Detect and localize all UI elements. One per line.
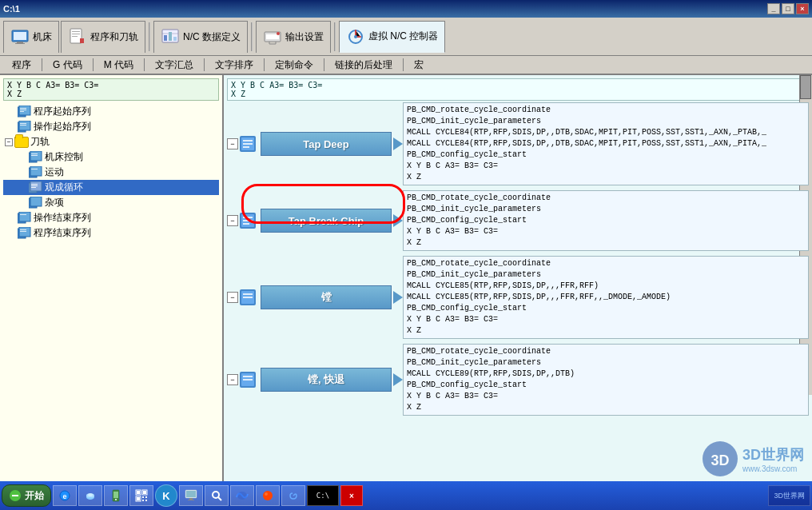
tree-item-prog-start[interactable]: 程序起始序列	[3, 104, 219, 119]
cycle-left-bore-fast: − 镗, 快退	[227, 344, 403, 416]
tab-program[interactable]: 程序和刀轨	[61, 21, 145, 53]
svg-rect-37	[31, 185, 38, 186]
svg-rect-32	[30, 166, 42, 176]
tab-nc-data[interactable]: N/C 数据定义	[153, 21, 248, 53]
svg-rect-5	[72, 31, 80, 32]
menu-program[interactable]: 程序	[3, 56, 40, 74]
cycle-expand-tap-break-chip[interactable]: −	[227, 215, 238, 226]
phone-icon	[109, 489, 122, 502]
svg-rect-42	[19, 212, 30, 221]
menu-postprocess[interactable]: 链接的后处理	[326, 56, 401, 74]
tab-nc-data-label: N/C 数据定义	[183, 30, 241, 44]
tree-label-op-end: 操作结束序列	[34, 211, 91, 225]
window-controls: _ □ ×	[767, 3, 809, 14]
menu-text-summary[interactable]: 文字汇总	[146, 56, 202, 74]
cycle-label-tap-deep: Tap Deep	[303, 138, 349, 150]
svg-rect-61	[243, 297, 253, 298]
taskbar-qr[interactable]	[129, 485, 153, 506]
tree-label-prog-start: 程序起始序列	[34, 105, 91, 118]
svg-rect-40	[30, 197, 42, 206]
output-icon	[263, 27, 282, 46]
menu-mcode[interactable]: M 代码	[95, 56, 142, 74]
taskbar-spiral[interactable]	[281, 485, 305, 506]
expand-toolpath[interactable]: −	[5, 138, 13, 146]
node-icon-motion	[29, 166, 43, 179]
watermark-url: www.3dsw.com	[742, 464, 804, 473]
scrollbar-thumb[interactable]	[800, 75, 811, 99]
svg-rect-25	[20, 123, 26, 124]
taskbar-ie[interactable]: e	[53, 485, 77, 506]
cycle-btn-tap-deep[interactable]: Tap Deep	[261, 132, 392, 156]
minimize-button[interactable]: _	[767, 3, 780, 14]
menubar: 程序 G 代码 M 代码 文字汇总 文字排序 定制命令 链接的后处理 宏	[0, 56, 812, 75]
tree-item-op-start[interactable]: 操作起始序列	[3, 119, 219, 134]
svg-rect-90	[186, 491, 196, 497]
taskbar-ball[interactable]	[256, 485, 280, 506]
node-icon-prog-start	[18, 106, 32, 118]
tree-item-misc[interactable]: 杂项	[3, 195, 219, 210]
node-icon-cycle	[29, 181, 43, 194]
menu-sep-1	[42, 58, 42, 71]
folder-icon-toolpath	[14, 137, 29, 148]
tree-label-cycle: 观成循环	[45, 181, 83, 194]
svg-rect-21	[20, 110, 26, 110]
menu-text-sort[interactable]: 文字排序	[206, 56, 262, 74]
close-button[interactable]: ×	[796, 3, 809, 14]
tree-item-prog-end[interactable]: 程序结束序列	[3, 225, 219, 241]
tab-virtual-nc[interactable]: 虚拟 N/C 控制器	[339, 21, 445, 53]
taskbar-monitor[interactable]	[179, 485, 203, 506]
tree-item-motion[interactable]: 运动	[3, 165, 219, 180]
svg-point-17	[354, 35, 357, 38]
svg-text:3D: 3D	[710, 452, 729, 468]
main-content: X Y B C A3= B3= C3= X Z 程序起始序列 操作起始序列 − …	[0, 75, 812, 481]
cycle-expand-bore-fast[interactable]: −	[227, 374, 238, 385]
node-icon-op-end	[18, 212, 32, 225]
tab-output[interactable]: 输出设置	[256, 21, 331, 53]
taskbar-k-label: K	[162, 490, 169, 502]
machine-icon	[10, 27, 30, 46]
watermark-text: 3D世界网	[742, 445, 804, 464]
tree-item-toolpath[interactable]: − 刀轨	[3, 134, 219, 149]
maximize-button[interactable]: □	[782, 3, 794, 14]
svg-point-97	[265, 492, 268, 496]
svg-rect-33	[31, 169, 38, 169]
tab-machine[interactable]: 机床	[3, 21, 59, 53]
svg-rect-3	[15, 43, 25, 44]
menu-gcode[interactable]: G 代码	[44, 56, 91, 74]
tree-item-cycle[interactable]: 观成循环	[3, 180, 219, 195]
svg-rect-30	[31, 155, 38, 156]
node-icon-op-start	[18, 121, 32, 133]
tree-item-machine-ctrl[interactable]: 机床控制	[3, 149, 219, 165]
cycle-expand-tap-deep[interactable]: −	[227, 138, 238, 149]
taskbar-x[interactable]: ×	[340, 485, 363, 506]
menu-custom[interactable]: 定制命令	[266, 56, 322, 74]
taskbar-sys: 3D世界网	[768, 485, 810, 506]
taskbar-search[interactable]	[205, 485, 229, 506]
taskbar-phone[interactable]	[104, 485, 128, 506]
tree-label-prog-end: 程序结束序列	[34, 226, 91, 240]
svg-rect-26	[20, 125, 26, 126]
cloud-icon	[84, 489, 97, 502]
menu-sep-3	[144, 58, 145, 71]
svg-rect-77	[113, 492, 118, 498]
watermark: 3D 3D世界网 www.3dsw.com	[701, 440, 804, 478]
svg-point-95	[237, 492, 247, 500]
watermark-ref: 3D世界网	[774, 491, 805, 501]
taskbar-cloud[interactable]	[78, 485, 102, 506]
cycle-expand-bore[interactable]: −	[227, 292, 238, 303]
cycle-btn-tap-break-chip[interactable]: Tap Break Chip	[261, 209, 392, 233]
title-bar: C:\1 _ □ ×	[0, 0, 812, 18]
toolbar-sep-3	[334, 22, 336, 51]
taskbar-cmd[interactable]: C:\	[307, 485, 339, 506]
start-button[interactable]: 开始	[2, 484, 51, 507]
menu-sep-6	[324, 58, 324, 71]
cycle-row-bore-fast: − 镗, 快退 PB_CMD_rotate_cycle_coordinate P…	[227, 344, 809, 416]
tree-item-op-end[interactable]: 操作结束序列	[3, 210, 219, 225]
taskbar-k[interactable]: K	[155, 484, 177, 507]
cycle-arrow-tap-deep	[393, 137, 403, 150]
menu-macro[interactable]: 宏	[405, 56, 432, 74]
svg-rect-2	[17, 42, 23, 43]
cycle-btn-bore[interactable]: 镗	[261, 285, 392, 309]
cycle-btn-bore-fast[interactable]: 镗, 快退	[261, 368, 392, 392]
taskbar-wave[interactable]	[230, 485, 254, 506]
